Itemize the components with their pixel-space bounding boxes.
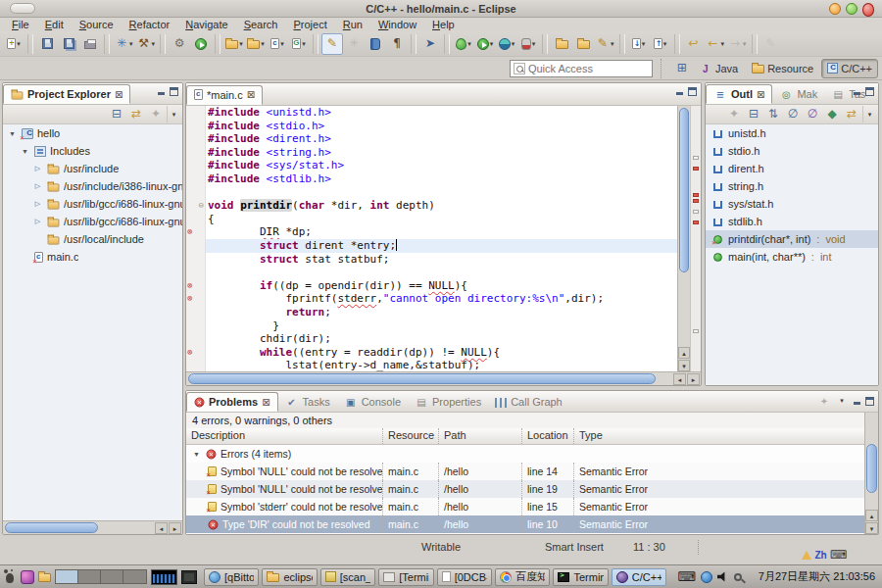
expander-icon[interactable]: ▼ [191, 451, 202, 458]
outline-item-dirent-h[interactable]: dirent.h [706, 160, 878, 177]
scroll-right-icon[interactable]: ▸ [169, 522, 181, 534]
toolbar-pointer-mode[interactable]: ➤ [419, 33, 441, 55]
code-line[interactable]: #include <sys/stat.h> [186, 159, 677, 172]
media-app-icon[interactable] [21, 570, 34, 584]
outline-tool-sort[interactable]: ⇅ [764, 106, 782, 122]
dropdown-arrow-icon[interactable]: ▾ [642, 40, 646, 48]
outline-tool-focus[interactable]: ✦ [725, 106, 743, 122]
menu-source[interactable]: Source [72, 19, 122, 30]
menu-run[interactable]: Run [335, 19, 370, 30]
quick-access-input[interactable] [528, 63, 652, 74]
problems-tab-problems[interactable]: Problems⊠ [186, 392, 278, 412]
volume-icon[interactable] [717, 571, 729, 583]
editor-hscrollbar[interactable]: ◂ ▸ [186, 371, 701, 385]
problems-vscrollbar[interactable]: ▴ ▾ [864, 413, 878, 534]
toolbar-run[interactable]: ▾ [474, 33, 496, 55]
minimize-view-icon[interactable] [853, 87, 861, 96]
outline-item-string-h[interactable]: string.h [706, 177, 878, 195]
menu-help[interactable]: Help [424, 19, 463, 30]
toolbar-build-all[interactable]: ✳▾ [113, 33, 135, 55]
menu-window[interactable]: Window [370, 19, 424, 30]
maximize-view-icon[interactable] [170, 87, 178, 96]
tree-item-main-c[interactable]: main.c [3, 248, 182, 266]
code-line[interactable]: return; [186, 306, 677, 319]
column-header-resource[interactable]: Resource [382, 428, 438, 444]
close-icon[interactable]: ⊠ [262, 397, 270, 408]
code-line[interactable]: ⊗ if((dp = opendir(dir)) == NULL){ [186, 279, 677, 293]
toolbar-import-projects[interactable] [551, 33, 572, 55]
error-annotation-mark[interactable] [693, 220, 699, 224]
dropdown-arrow-icon[interactable]: ▾ [302, 40, 306, 48]
maximize-view-icon[interactable] [865, 87, 874, 96]
code-area[interactable]: #include <unistd.h>#include <stdio.h>#in… [186, 106, 677, 371]
outline-item-stdlib-h[interactable]: stdlib.h [706, 213, 878, 230]
view-menu-icon[interactable]: ▾ [167, 106, 180, 122]
menu-edit[interactable]: Edit [37, 19, 72, 30]
perspective-open-perspective[interactable]: ⊞ [669, 59, 695, 78]
code-line[interactable] [186, 266, 677, 279]
error-annotation-mark[interactable] [693, 193, 699, 197]
quick-access[interactable] [510, 60, 653, 77]
outline-item-unistd-h[interactable]: unistd.h [706, 124, 878, 142]
code-line[interactable]: ⊗ fprintf(stderr,"cannot open directory:… [186, 292, 677, 306]
expander-icon[interactable]: ▷ [32, 165, 43, 172]
tree-item-usr-include[interactable]: ▷/usr/include [3, 160, 182, 177]
dropdown-arrow-icon[interactable]: ▾ [663, 40, 667, 48]
search-tool-icon[interactable] [734, 573, 742, 581]
scroll-down-icon[interactable]: ▾ [865, 522, 878, 534]
task-0dcb-0[interactable]: [0DCB-0... [437, 568, 492, 586]
toolbar-prev-annotation[interactable]: ▾ [650, 33, 671, 55]
ime-indicator[interactable]: Zh ⌨ [802, 548, 847, 562]
toolbar-profile[interactable]: ▾ [496, 33, 517, 55]
close-icon[interactable]: ⊠ [757, 89, 764, 100]
tree-item-usr-lib-gcc-i686-linux-gnu-4-7[interactable]: ▷/usr/lib/gcc/i686-linux-gnu/4.7/ [3, 213, 182, 230]
code-line[interactable]: chdir(dir); [186, 332, 677, 346]
scrollbar-thumb[interactable] [188, 373, 656, 384]
dropdown-arrow-icon[interactable]: ▾ [532, 40, 536, 48]
toolbar-mark-occurrences[interactable]: ✎ [321, 33, 343, 55]
toolbar-build[interactable]: ⚒▾ [135, 33, 158, 55]
code-line[interactable]: ⊗ DIR *dp; [186, 225, 677, 239]
toolbar-new-c-file[interactable]: ▾ [267, 33, 288, 55]
focus-icon[interactable]: ✦ [817, 395, 831, 408]
toolbar-run-last[interactable] [190, 33, 212, 55]
problem-row[interactable]: Symbol 'stderr' could not be resolvedmai… [186, 498, 864, 515]
menu-refactor[interactable]: Refactor [122, 19, 178, 30]
tray-app-icon[interactable] [701, 571, 712, 583]
outline-tab-outl[interactable]: ≡Outl⊠ [706, 84, 772, 104]
outline-tool-hide-non-public[interactable]: ◆ [823, 106, 841, 122]
toolbar-save[interactable] [36, 33, 58, 55]
code-line[interactable]: struct stat statbuf; [186, 253, 677, 267]
toolbar-coverage[interactable]: ▾ [517, 33, 539, 55]
scrollbar-thumb[interactable] [5, 522, 98, 533]
workspace-1[interactable] [56, 570, 78, 583]
problems-tab-properties[interactable]: ▤Properties [408, 392, 488, 412]
menu-search[interactable]: Search [236, 19, 286, 30]
task-c-c[interactable]: C/C++ - ... [612, 568, 666, 586]
input-method-icon[interactable]: ⌨ [677, 569, 696, 584]
error-annotation-mark[interactable] [693, 329, 699, 333]
code-line[interactable]: ⊗ while((entry = readdir(dp)) != NULL){ [186, 346, 677, 360]
tree-item-usr-lib-gcc-i686-linux-gnu-4-7[interactable]: ▷/usr/lib/gcc/i686-linux-gnu/4.7/ [3, 195, 182, 213]
task-qbittorr[interactable]: [qBittorr... [204, 568, 259, 586]
tree-item-includes[interactable]: ▼Includes [3, 142, 182, 160]
minimize-button[interactable] [829, 3, 841, 15]
dropdown-arrow-icon[interactable]: ▾ [721, 40, 725, 48]
scroll-left-icon[interactable]: ◂ [673, 373, 686, 385]
perspective-resource[interactable]: Resource [746, 59, 819, 78]
close-icon[interactable]: ⊠ [115, 89, 122, 100]
toolbar-save-all[interactable] [58, 33, 79, 55]
code-line[interactable]: lstat(entry->d_name,&statbuf); [186, 359, 677, 371]
close-icon[interactable]: ⊠ [247, 89, 255, 100]
scroll-right-icon[interactable]: ▸ [687, 373, 700, 385]
code-line[interactable]: #include <stdlib.h> [186, 172, 677, 186]
explorer-tool-link-with-editor[interactable]: ⇄ [127, 106, 145, 122]
maximize-button[interactable] [846, 3, 858, 15]
fold-collapse-icon[interactable]: ⊖ [199, 200, 204, 210]
view-menu-icon[interactable]: ▾ [835, 395, 849, 408]
problem-row[interactable]: Type 'DIR' could not be resolvedmain.c/h… [186, 515, 864, 533]
expander-icon[interactable]: ▷ [32, 218, 43, 225]
dropdown-arrow-icon[interactable]: ▾ [129, 40, 133, 48]
workspace-3[interactable] [101, 570, 123, 583]
explorer-hscrollbar[interactable]: ◂ ▸ [3, 520, 182, 534]
